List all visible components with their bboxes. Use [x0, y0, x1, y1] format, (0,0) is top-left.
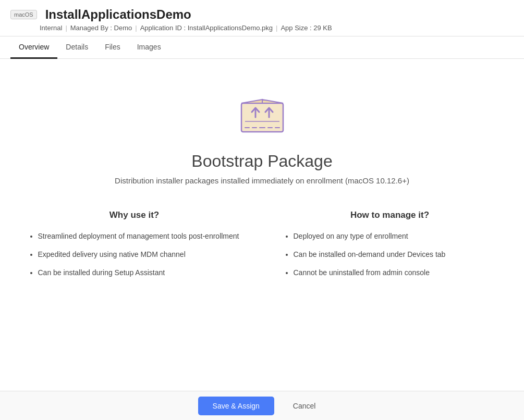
app-size: App Size : 29 KB [281, 24, 332, 32]
how-list: Deployed on any type of enrollment Can b… [283, 231, 497, 278]
package-description: Distribution installer packages installe… [115, 176, 409, 185]
tab-details[interactable]: Details [57, 36, 96, 59]
main-content: Bootstrap Package Distribution installer… [0, 59, 524, 327]
how-column: How to manage it? Deployed on any type o… [283, 210, 497, 286]
package-title: Bootstrap Package [191, 152, 332, 171]
cancel-button[interactable]: Cancel [283, 397, 326, 415]
save-assign-button[interactable]: Save & Assign [198, 397, 274, 415]
header-meta: Internal | Managed By : Demo | Applicati… [10, 24, 514, 32]
app-type: Internal [40, 24, 62, 32]
sep3: | [276, 24, 277, 32]
platform-badge: macOS [10, 10, 37, 19]
list-item: Streamlined deployment of management too… [38, 231, 241, 242]
info-columns: Why use it? Streamlined deployment of ma… [28, 210, 497, 286]
header: macOS InstallApplicationsDemo Internal |… [0, 0, 524, 36]
app-id: Application ID : InstallApplicationsDemo… [140, 24, 273, 32]
sep1: | [65, 24, 67, 32]
tab-overview[interactable]: Overview [10, 36, 57, 59]
tab-files[interactable]: Files [96, 36, 129, 59]
footer: Save & Assign Cancel [0, 391, 524, 420]
list-item: Cannot be uninstalled from admin console [294, 267, 497, 278]
list-item: Deployed on any type of enrollment [294, 231, 497, 242]
why-list: Streamlined deployment of management too… [28, 231, 241, 278]
list-item: Can be installed on-demand under Devices… [294, 249, 497, 260]
why-column: Why use it? Streamlined deployment of ma… [28, 210, 241, 286]
tab-images[interactable]: Images [129, 36, 169, 59]
managed-by: Managed By : Demo [70, 24, 132, 32]
list-item: Can be installed during Setup Assistant [38, 267, 241, 278]
why-title: Why use it? [28, 210, 241, 220]
how-title: How to manage it? [283, 210, 497, 220]
package-icon [234, 80, 291, 139]
app-title: InstallApplicationsDemo [45, 7, 191, 22]
tabs-bar: Overview Details Files Images [0, 36, 524, 59]
sep2: | [135, 24, 137, 32]
list-item: Expedited delivery using native MDM chan… [38, 249, 241, 260]
